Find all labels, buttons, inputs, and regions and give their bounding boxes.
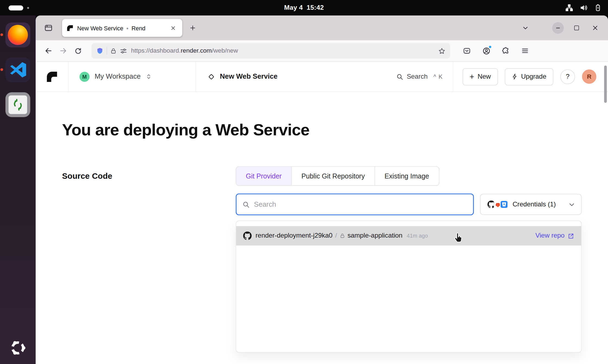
ubuntu-launcher-icon[interactable] [9,339,26,356]
workspace-avatar: M [79,72,89,82]
tab-close-icon[interactable] [168,23,178,33]
main-area: You are deploying a Web Service Source C… [36,121,608,353]
render-logo[interactable] [36,62,68,91]
window-controls [552,22,601,34]
private-repo-lock-icon [340,233,345,238]
chevron-down-icon [568,201,575,207]
bitbucket-icon [500,200,508,209]
browser-navbar: https://dashboard.render.com/web/new [36,40,608,62]
vscode-logo [9,61,27,79]
dashboard-header: M My Workspace New Web Service Search ^ … [36,62,608,92]
lock-icon[interactable] [110,47,117,54]
repo-age: 41m ago [407,233,428,239]
list-all-tabs-icon[interactable] [519,21,532,35]
vscode-dock-icon[interactable] [5,58,30,82]
repo-search-row: Credentials (1) [236,193,581,215]
reload-icon[interactable] [71,43,85,58]
source-code-section: Source Code Git Provider Public Git Repo… [62,166,582,352]
repo-search-input[interactable] [254,200,467,209]
url-bar[interactable]: https://dashboard.render.com/web/new [91,43,450,59]
search-icon [242,201,250,208]
system-tray[interactable] [565,0,602,15]
active-tab[interactable]: New Web Service • Rend [62,19,182,37]
page-title: New Web Service [220,72,278,81]
network-icon[interactable] [565,4,573,12]
urlbar-separator [107,47,107,55]
github-icon [243,232,252,240]
account-notification-dot [489,45,492,48]
pocket-save-icon[interactable] [459,43,474,58]
battery-icon[interactable] [594,4,602,12]
source-code-controls: Git Provider Public Git Repository Exist… [236,166,581,352]
search-icon [396,73,403,80]
back-icon[interactable] [41,43,56,58]
external-link-icon [568,232,574,239]
browser-window: New Web Service • Rend [36,15,608,364]
page-content: M My Workspace New Web Service Search ^ … [36,62,608,364]
repo-row[interactable]: render-deployment-j29ka0 / sample-applic… [236,226,581,245]
credentials-label: Credentials (1) [513,200,556,208]
firefox-view-icon[interactable] [40,21,57,35]
forward-icon[interactable] [56,43,71,58]
tab-title: New Web Service • Rend [77,25,166,31]
view-repo-link[interactable]: View repo [535,232,574,240]
trash-logo [8,95,27,114]
repo-results-panel: render-deployment-j29ka0 / sample-applic… [236,221,581,353]
browser-tab-strip: New Web Service • Rend [36,15,608,40]
firefox-dock-icon[interactable] [5,23,30,47]
search-shortcut: ^ K [433,73,443,80]
unfold-chevrons-icon [146,73,151,80]
repo-owner: render-deployment-j29ka0 [255,232,332,240]
credential-provider-icons [487,200,508,209]
tab-public-git-repository[interactable]: Public Git Repository [291,167,375,186]
minimize-button[interactable] [552,22,564,34]
repo-search-box[interactable] [236,193,474,215]
bookmark-star-icon[interactable] [438,47,446,55]
search-label: Search [407,73,428,81]
close-window-button[interactable] [589,22,601,34]
diamond-icon [208,73,215,80]
user-avatar[interactable]: R [582,69,596,84]
menu-icon[interactable] [518,43,532,58]
credentials-dropdown[interactable]: Credentials (1) [480,194,582,215]
permissions-icon[interactable] [120,47,127,55]
render-favicon [67,25,73,31]
tab-git-provider[interactable]: Git Provider [236,167,292,186]
vscode-running-dot [0,68,3,71]
source-code-label: Source Code [62,166,236,352]
tab-existing-image[interactable]: Existing Image [375,167,439,186]
extensions-icon[interactable] [498,43,513,58]
new-tab-button[interactable] [185,21,200,35]
screen: May 4 15:42 [0,0,608,364]
deploy-heading: You are deploying a Web Service [62,121,582,139]
bolt-icon [512,73,517,80]
plus-icon: + [470,73,474,81]
source-type-tabs: Git Provider Public Git Repository Exist… [236,166,439,186]
help-button[interactable]: ? [560,69,575,84]
url-text[interactable]: https://dashboard.render.com/web/new [131,47,438,54]
firefox-logo [8,25,28,45]
scrollbar-thumb[interactable] [604,66,607,103]
global-search-button[interactable]: Search ^ K [396,73,443,81]
volume-icon[interactable] [579,4,588,12]
workspace-selector[interactable]: M My Workspace [69,62,196,91]
dock [0,15,36,364]
maximize-button[interactable] [571,22,583,34]
ubuntu-logo [9,339,26,356]
navbar-right-icons [459,43,532,58]
upgrade-button[interactable]: Upgrade [505,68,553,85]
repo-separator: / [335,232,337,240]
firefox-running-dot [0,33,3,36]
system-top-bar: May 4 15:42 [0,0,608,15]
account-icon[interactable] [479,43,494,58]
trash-dock-icon[interactable] [5,92,30,117]
repo-name: sample-application [347,232,402,240]
new-button[interactable]: + New [463,68,498,85]
tabstrip-right-controls [519,21,603,35]
breadcrumb: New Web Service [196,62,396,91]
workspace-name: My Workspace [95,72,141,81]
tracking-shield-icon[interactable] [96,47,104,55]
system-clock[interactable]: May 4 15:42 [0,0,608,15]
header-actions: + New Upgrade ? R [453,68,608,85]
